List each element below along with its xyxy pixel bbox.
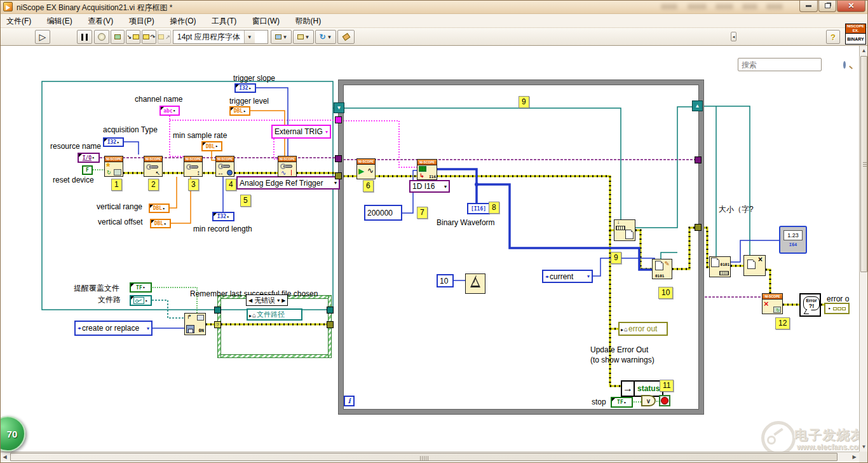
distribute-objects-button[interactable]: ▼: [293, 30, 314, 44]
write-binary-file-node[interactable]: ✎0101: [652, 259, 672, 279]
badge-10[interactable]: 10: [658, 287, 673, 299]
analog-edge-ref-trigger-selector[interactable]: Analog Edge Ref Trigger▾: [236, 176, 340, 190]
resource-name-terminal[interactable]: I/O▸: [78, 153, 100, 163]
search-input[interactable]: [738, 60, 843, 69]
iteration-terminal[interactable]: i: [344, 396, 355, 406]
overwrite-prompt-terminal[interactable]: TF▸: [130, 282, 152, 293]
badge-5[interactable]: 5: [240, 195, 251, 207]
niscope-init-node[interactable]: NI-SCOPE *↻: [104, 156, 123, 177]
min-sample-rate-terminal[interactable]: DBL▸: [201, 141, 222, 151]
case-tunnel-path-right[interactable]: [327, 307, 334, 314]
tunnel-error-right[interactable]: [695, 224, 702, 231]
error-out-local-variable[interactable]: error out: [618, 322, 668, 336]
horizontal-scrollbar[interactable]: ◀ ▶: [0, 452, 859, 462]
badge-9-top[interactable]: 9: [519, 96, 529, 108]
title-bar[interactable]: niScope EX Binary Acquisition21.vi 程序框图 …: [0, 0, 868, 14]
scroll-right-arrow[interactable]: ▶: [850, 452, 859, 462]
highlight-execution-button[interactable]: [94, 30, 109, 44]
reorder-button[interactable]: ↻▼: [315, 30, 336, 44]
context-help-button[interactable]: ?: [826, 30, 840, 44]
trigger-slope-terminal[interactable]: I32▸: [234, 83, 256, 93]
loop-condition-terminal[interactable]: [659, 395, 670, 406]
menu-file[interactable]: 文件(F): [0, 14, 37, 27]
vi-icon[interactable]: NISCOPE EX. BINARY: [845, 24, 866, 45]
tunnel-session-right[interactable]: [695, 156, 702, 163]
step-out-button[interactable]: ↗: [158, 30, 171, 44]
case-selector-tunnel[interactable]: ?: [214, 321, 221, 328]
scroll-up-arrow[interactable]: ▲: [860, 46, 868, 55]
reset-device-false-constant[interactable]: F: [82, 165, 93, 175]
niscope-close-node[interactable]: NI-SCOPE ×↻: [762, 293, 783, 314]
badge-12[interactable]: 12: [775, 317, 790, 329]
clean-up-diagram-button[interactable]: [337, 30, 355, 44]
set-file-size-node[interactable]: ↓: [614, 219, 635, 241]
close-file-node[interactable]: ×: [743, 255, 766, 276]
menu-edit[interactable]: 编辑(E): [41, 14, 79, 27]
current-position-enum[interactable]: ◂▸current▾: [542, 270, 593, 283]
menu-operate[interactable]: 操作(O): [163, 14, 202, 27]
acquisition-type-terminal[interactable]: I32▸: [103, 137, 124, 147]
vertical-scrollbar[interactable]: ▲ ▼: [859, 46, 868, 452]
search-collapse-handle[interactable]: ◂: [731, 32, 736, 41]
menu-view[interactable]: 查看(V): [81, 14, 119, 27]
wait-metronome-node[interactable]: [465, 273, 485, 294]
font-selector[interactable]: 14pt 应用程序字体 ▼: [173, 30, 268, 44]
sample-rate-constant[interactable]: 200000: [364, 205, 402, 221]
error-out-cluster-terminal[interactable]: ▸: [824, 303, 850, 314]
niscope-config-acquisition-node[interactable]: NI-SCOPE ↖: [144, 156, 163, 177]
vertical-range-terminal[interactable]: DBL▸: [149, 204, 170, 213]
file-path-local-variable[interactable]: 文件路径: [247, 308, 302, 321]
vertical-scroll-thumb[interactable]: [860, 56, 867, 272]
vertical-offset-terminal[interactable]: DBL▸: [150, 219, 171, 228]
horizontal-scroll-thumb[interactable]: [10, 453, 837, 461]
binary-waveform-indicator[interactable]: [I16]: [467, 203, 490, 214]
file-size-indicator[interactable]: 1.23 I64: [779, 226, 807, 254]
badge-4[interactable]: 4: [226, 179, 236, 191]
badge-7[interactable]: 7: [417, 207, 428, 219]
niscope-config-horizontal-node[interactable]: NI-SCOPE ↔: [215, 156, 234, 177]
get-file-size-node[interactable]: 0101: [709, 256, 731, 277]
badge-11[interactable]: 11: [660, 380, 674, 392]
run-button[interactable]: ▷: [35, 30, 50, 44]
external-trig-enum[interactable]: External TRIG▾: [271, 125, 331, 139]
stop-terminal[interactable]: TF▸: [611, 397, 633, 408]
menu-help[interactable]: 帮助(H): [288, 14, 327, 27]
channel-name-terminal[interactable]: abc▸: [159, 106, 180, 116]
retain-wire-values-button[interactable]: [111, 30, 125, 44]
tunnel-error-left[interactable]: [335, 172, 342, 179]
badge-3[interactable]: 3: [188, 179, 199, 191]
badge-9-mid[interactable]: 9: [611, 252, 621, 264]
restore-button[interactable]: [818, 0, 836, 12]
open-create-replace-file-node[interactable]: ↱0N: [184, 313, 206, 335]
badge-1[interactable]: 1: [111, 179, 122, 191]
file-path-terminal[interactable]: ▸: [130, 295, 152, 306]
shift-register-left[interactable]: ▼: [334, 102, 344, 113]
menu-tools[interactable]: 工具(T): [205, 14, 243, 27]
or-function-node[interactable]: ∨: [641, 395, 656, 406]
niscope-fetch-binary-node[interactable]: NI-SCOPE ↳I16: [417, 159, 437, 180]
tunnel-session-left[interactable]: [335, 155, 342, 162]
menu-project[interactable]: 项目(P): [123, 14, 161, 27]
scroll-down-arrow[interactable]: ▼: [860, 442, 868, 452]
fetch-type-ring[interactable]: 1D I16▾: [409, 180, 450, 193]
wait-ms-constant[interactable]: 10: [437, 274, 454, 287]
tunnel-string[interactable]: [335, 116, 342, 123]
badge-2[interactable]: 2: [148, 179, 159, 191]
case-tunnel-error-right[interactable]: [327, 321, 334, 328]
niscope-initiate-node[interactable]: NI-SCOPE ▶∿: [356, 158, 376, 179]
step-into-button[interactable]: ↘: [126, 30, 140, 44]
align-objects-button[interactable]: ▼: [271, 30, 292, 44]
niscope-config-trigger-node[interactable]: NI-SCOPE ∿: [278, 156, 297, 177]
create-or-replace-enum[interactable]: ◂▸create or replace▾: [74, 321, 153, 336]
scroll-left-arrow[interactable]: ◀: [0, 452, 10, 462]
menu-window[interactable]: 窗口(W): [246, 14, 286, 27]
badge-8[interactable]: 8: [489, 202, 499, 214]
min-record-length-terminal[interactable]: I32▸: [212, 212, 234, 221]
niscope-config-vertical-node[interactable]: NI-SCOPE ↕: [184, 156, 203, 177]
close-button[interactable]: ✕: [837, 0, 865, 12]
badge-6[interactable]: 6: [363, 180, 374, 192]
pause-button[interactable]: [77, 30, 92, 44]
minimize-button[interactable]: [799, 0, 818, 12]
case-selector[interactable]: ◀ 无错误 ▾ ▶: [246, 294, 288, 306]
trigger-level-terminal[interactable]: DBL▸: [229, 106, 250, 116]
